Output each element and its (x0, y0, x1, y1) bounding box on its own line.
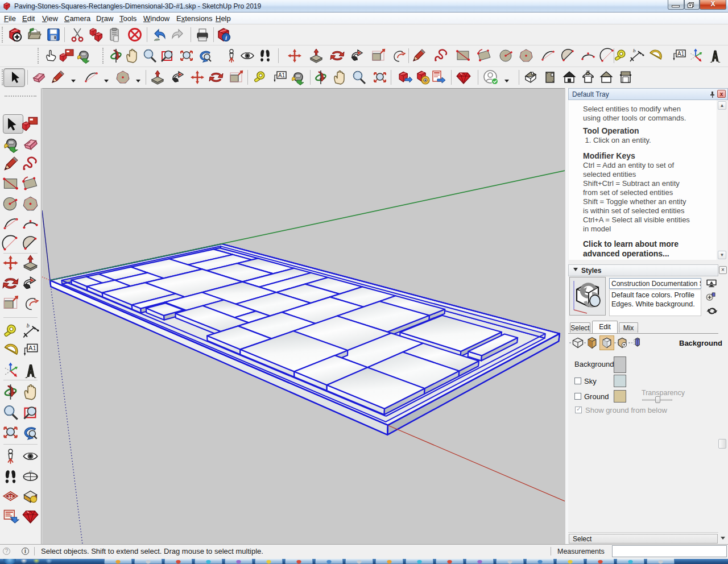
svg-text:b: b (633, 48, 636, 53)
svg-text:A1: A1 (677, 51, 685, 57)
svg-text:12: 12 (8, 494, 13, 499)
svg-text:b: b (27, 322, 30, 329)
svg-text:C: C (29, 470, 32, 475)
svg-text:A1: A1 (28, 345, 36, 351)
svg-text:A1: A1 (278, 72, 286, 78)
